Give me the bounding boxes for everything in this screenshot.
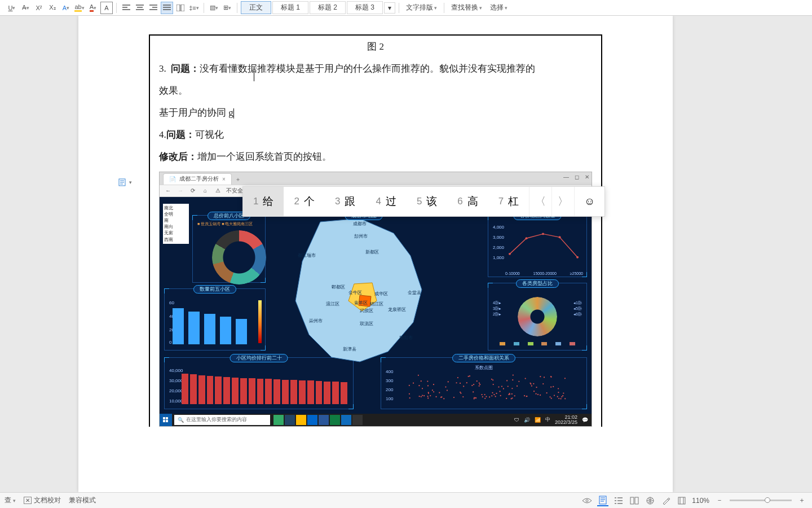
taskbar-search[interactable]: 🔍在这里输入你要搜索的内容 [174, 415, 270, 425]
strike-button[interactable]: A̶▾ [19, 2, 32, 14]
superscript-button[interactable]: X² [33, 2, 45, 14]
ime-prev-icon[interactable]: 〈 [529, 187, 551, 216]
task-app[interactable] [307, 415, 317, 425]
editor-canvas: ▾ 图 2 3. 问题：没有看懂数据推荐模块是基于用户的什么操作而推荐的。貌似并… [0, 16, 812, 492]
svg-point-29 [493, 393, 495, 395]
zoom-slider[interactable] [730, 500, 792, 501]
align-right-button[interactable] [147, 2, 160, 14]
view-page-icon[interactable] [597, 495, 608, 506]
text-effect-button[interactable]: A▾ [60, 2, 72, 14]
tray-icon[interactable]: 🔊 [524, 417, 530, 423]
task-app[interactable] [330, 415, 340, 425]
bar-chart-5 [173, 303, 257, 344]
input-line[interactable]: 基于用户的协同 g [150, 102, 601, 124]
char-shading-button[interactable]: A [100, 2, 113, 14]
ime-emoji-icon[interactable]: ☺ [574, 187, 604, 216]
svg-point-107 [503, 388, 504, 389]
window-close-icon[interactable]: ✕ [585, 174, 589, 180]
lookup-button[interactable]: 查 ▾ [5, 496, 16, 505]
align-left-button[interactable] [120, 2, 133, 14]
task-app[interactable] [319, 415, 329, 425]
nav-home-icon[interactable]: ⌂ [201, 187, 209, 194]
view-read-icon[interactable] [629, 495, 640, 506]
zoom-fit-icon[interactable] [676, 495, 687, 506]
zoom-in-button[interactable]: ＋ [796, 495, 807, 506]
tray-lang[interactable]: 中 [545, 416, 550, 423]
find-replace-button[interactable]: 查找替换▾ [448, 2, 486, 14]
zoom-value[interactable]: 110% [692, 497, 709, 505]
svg-point-41 [421, 396, 422, 397]
nav-back-icon[interactable]: ← [164, 187, 172, 194]
highlight-button[interactable]: ab▾ [73, 2, 86, 14]
svg-point-45 [428, 392, 429, 393]
ime-candidate[interactable]: 4过 [365, 187, 406, 216]
select-button[interactable]: 选择▾ [487, 2, 511, 14]
nav-reload-icon[interactable]: ⟳ [189, 187, 197, 194]
style-more[interactable]: ▾ [384, 2, 395, 14]
map-label: 武侯区 [360, 308, 373, 314]
line-spacing-button[interactable]: ‡≡▾ [188, 2, 200, 14]
task-app[interactable] [352, 415, 363, 425]
underline-button[interactable]: U▾ [6, 2, 18, 14]
align-center-button[interactable] [134, 2, 146, 14]
ime-candidate[interactable]: 7杠 [488, 187, 529, 216]
style-h1[interactable]: 标题 1 [272, 1, 308, 14]
view-outline-icon[interactable] [613, 495, 624, 506]
columns-button[interactable] [174, 2, 187, 14]
svg-point-64 [409, 393, 410, 394]
svg-rect-128 [163, 417, 165, 419]
tab-title: 成都二手房分析 [179, 175, 219, 183]
task-app[interactable] [285, 415, 295, 425]
eye-icon[interactable] [581, 495, 593, 506]
section-marker[interactable]: ▾ [118, 177, 133, 187]
tab-favicon: 📄 [169, 176, 176, 182]
svg-point-53 [419, 396, 420, 397]
tray-icon[interactable]: 📶 [535, 417, 541, 423]
ime-candidate[interactable]: 1给 [243, 187, 284, 216]
window-max-icon[interactable]: ◻ [575, 174, 579, 180]
map-label: 青羊区 [354, 300, 368, 306]
tray-icon[interactable]: 🛡 [514, 417, 519, 423]
panel-title: 各类房型占比 [516, 279, 559, 288]
borders-button[interactable]: ⊞▾ [221, 2, 233, 14]
map-label: 简阳市 [399, 335, 413, 341]
new-tab-button[interactable]: ＋ [233, 174, 243, 185]
task-app[interactable] [341, 415, 351, 425]
ime-next-icon[interactable]: 〉 [551, 187, 574, 216]
style-normal[interactable]: 正文 [241, 1, 271, 14]
view-draft-icon[interactable] [660, 495, 672, 506]
font-color-button[interactable]: A▾ [87, 2, 99, 14]
search-icon: 🔍 [178, 417, 184, 423]
zoom-out-button[interactable]: － [714, 495, 725, 506]
proof-button[interactable]: ✕ 文档校对 [24, 496, 60, 505]
svg-point-20 [531, 385, 532, 386]
nav-fwd-icon[interactable]: → [176, 187, 184, 194]
window-min-icon[interactable]: — [563, 174, 569, 180]
start-button[interactable] [160, 414, 172, 426]
style-h3[interactable]: 标题 3 [347, 1, 383, 14]
style-h2[interactable]: 标题 2 [310, 1, 346, 14]
ime-candidate[interactable]: 2个 [284, 187, 324, 216]
task-app[interactable] [273, 415, 284, 425]
view-web-icon[interactable] [645, 495, 656, 506]
task-app[interactable] [296, 415, 306, 425]
svg-point-16 [474, 398, 475, 399]
shading-button[interactable]: ▧▾ [208, 2, 220, 14]
ime-candidate-bar: 1给 2个 3跟 4过 5该 6高 7杠 〈 〉 ☺ [242, 186, 605, 217]
ime-candidate[interactable]: 6高 [447, 187, 488, 216]
ime-candidate[interactable]: 3跟 [325, 187, 365, 216]
tab-close-icon[interactable]: × [222, 176, 226, 182]
text-layout-button[interactable]: 文字排版▾ [403, 2, 440, 14]
align-justify-button[interactable] [161, 2, 173, 14]
svg-point-96 [409, 384, 410, 386]
browser-tab[interactable]: 📄 成都二手房分析 × [163, 173, 232, 185]
subscript-button[interactable]: X₂ [46, 2, 59, 14]
svg-point-22 [526, 396, 527, 397]
map-label: 双流区 [360, 321, 373, 327]
svg-point-33 [499, 391, 500, 392]
tray-notif-icon[interactable]: 💬 [582, 417, 588, 423]
svg-point-120 [474, 397, 475, 398]
document-page[interactable]: 图 2 3. 问题：没有看懂数据推荐模块是基于用户的什么操作而推荐的。貌似并没有… [149, 34, 602, 427]
ime-candidate[interactable]: 5该 [407, 187, 447, 216]
text-caret [233, 108, 234, 119]
